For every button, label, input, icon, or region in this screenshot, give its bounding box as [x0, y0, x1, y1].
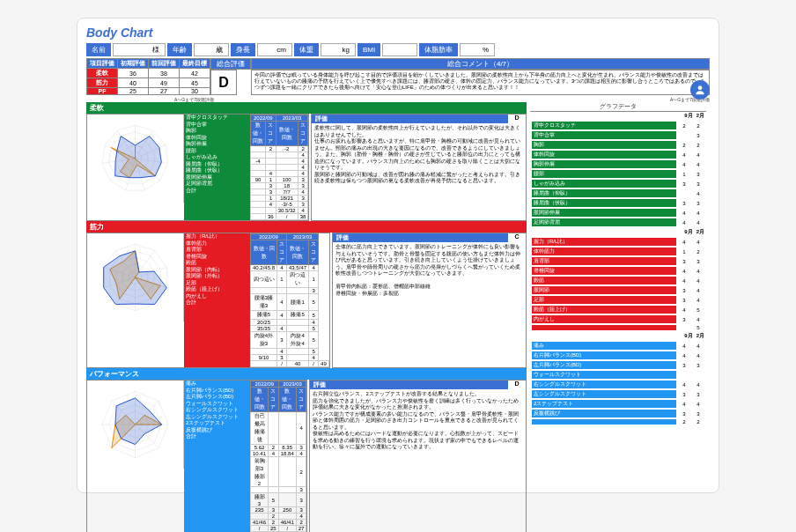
item-list-pf: 痛み右片脚バランス(BD)左片脚バランス(BD)ウォールスクワット右シングルスク…	[184, 381, 250, 532]
graph-row: 殿筋（踵上げ）45	[532, 306, 704, 314]
graph-months: 9月2月	[530, 228, 706, 236]
graph-block: 痛み44右片脚バランス(BD)44左片脚バランス(BD)33ウォールスクワット右…	[530, 340, 706, 426]
eval-col-pf: 評価D右片脚立位バランス、2ステップテストが改善する結果となりました。筋力を強化…	[309, 380, 527, 532]
radar-chart-str	[87, 233, 184, 321]
item: 腰部	[184, 148, 250, 155]
name-value: 様	[113, 43, 166, 56]
summary-row: 柔軟363842	[87, 69, 210, 78]
item: しゃがみ込み	[184, 154, 250, 161]
graph-data-header: グラフデータ	[530, 102, 706, 112]
graph-row: 脊椎回旋44	[532, 267, 704, 275]
domain-label-pf: パフォーマンス	[86, 368, 527, 380]
item: 殿筋	[184, 260, 250, 267]
graph-row: 背中クロスタッチ22	[532, 122, 704, 129]
svg-marker-18	[115, 137, 162, 178]
graph-row: 背中合掌3	[532, 131, 704, 139]
svg-marker-35	[104, 251, 167, 305]
item: 脊椎回旋	[184, 254, 250, 261]
age-label: 年齢	[167, 43, 192, 56]
avatar[interactable]	[690, 80, 710, 100]
summary-col: 項目評価	[87, 59, 118, 69]
item: 合計	[184, 299, 250, 307]
item: ウォールスクワット	[184, 401, 250, 408]
graph-row: 足関節背屈44	[532, 218, 704, 226]
item: 体幹筋力	[184, 240, 250, 248]
overall-eval-label: 総合評価	[210, 58, 251, 70]
domain-grade-str: C	[508, 233, 526, 242]
item: 足関節背屈	[184, 181, 250, 188]
graph-block: 握力（R/L比）44体幹筋力12肩背部33脊椎回旋44殿筋44股関節34足部34…	[530, 236, 706, 332]
eval-text-str: 全体的に筋力向上できています。股関節のトレーニングが体幹にも良い影響を与えられて…	[333, 242, 526, 299]
summary-col: 最終目標	[180, 59, 210, 69]
item: 胸郭伸展	[184, 141, 250, 148]
item: 右片脚バランス(BD)	[184, 388, 250, 395]
graph-row: 5	[532, 325, 704, 330]
summary-col: 前回評価	[149, 59, 180, 69]
overall-comment-label: 総合コメント（4/7）	[251, 58, 710, 70]
fat-label: 体脂肪率	[419, 43, 458, 56]
fat-value: %	[460, 43, 495, 56]
name-label: 名前	[86, 43, 111, 56]
score-table-str: 2022/092023/03数値・回数スコア数値・回数スコア40.2/45.84…	[250, 233, 329, 367]
item: 右シングルスクワット	[184, 407, 250, 414]
page-title: Body Chart	[86, 26, 710, 40]
item: 股関節（外転）	[184, 273, 250, 280]
graph-row: 腰部13	[532, 170, 704, 178]
item: 背中合掌	[184, 122, 250, 129]
summary-row: 筋力404945	[87, 78, 210, 88]
svg-point-0	[698, 85, 703, 90]
graph-row: 股関節34	[532, 286, 704, 294]
graph-row: 肩背部33	[532, 257, 704, 265]
item: 内がえし	[184, 293, 250, 300]
graph-row: 左シングルスクワット33	[532, 390, 704, 398]
graph-row: 痛み44	[532, 342, 704, 350]
item: 股関節（内転）	[184, 267, 250, 274]
item: 足部	[184, 280, 250, 287]
summary-col: 初期評価	[118, 59, 149, 69]
bmi-label: BMI	[357, 43, 380, 56]
item: 肩背部	[184, 247, 250, 254]
item-list-flex: 背中クロスタッチ背中合掌胸郭体幹回旋胸郭伸展腰部しゃがみ込み膝屈曲（仰臥）膝屈曲…	[184, 115, 250, 220]
graph-row: 股関節伸展44	[532, 209, 704, 217]
graph-row: 握力（R/L比）44	[532, 238, 704, 246]
item: 殿筋（踵上げ）	[184, 286, 250, 293]
graph-block: 背中クロスタッチ22背中合掌3胸郭22体幹回旋44胸郭伸展44腰部13しゃがみ込…	[530, 120, 706, 228]
weight-label: 体重	[294, 43, 319, 56]
item-list-str: 握力（R/L比）体幹筋力肩背部脊椎回旋殿筋股関節（内転）股関節（外転）足部殿筋（…	[184, 233, 250, 367]
eval-text-flex: 柔軟性に関して、股関節の柔軟性向上が行えていましたが、それ以外での変化は大きくは…	[312, 123, 526, 187]
score-table-pf: 2022/092023/03数値・回数スコア数値・回数スコア自己最高膝痛後45.…	[250, 381, 306, 532]
graph-row: 反復横跳び33	[532, 410, 704, 417]
item: 膝屈曲（伏臥）	[184, 167, 250, 174]
age-value: 歳	[194, 43, 229, 56]
summary-row: PF252730	[87, 88, 210, 95]
graph-row: 左片脚バランス(BD)33	[532, 361, 704, 369]
weight-value: kg	[321, 43, 356, 56]
item: 膝屈曲（仰臥）	[184, 161, 250, 168]
item: 胸郭	[184, 128, 250, 135]
graph-row: 胸郭伸展44	[532, 160, 704, 168]
bmi-value	[382, 43, 417, 56]
graph-row: 殿筋44	[532, 277, 704, 284]
domain-label-flex: 柔軟	[86, 102, 527, 114]
domain-grade-pf: D	[508, 381, 526, 389]
item: 左片脚バランス(BD)	[184, 394, 250, 401]
info-bar: 名前 様 年齢 歳 身長 cm 体重 kg BMI 体脂肪率 %	[86, 43, 710, 56]
graph-row: 右片脚バランス(BD)44	[532, 351, 704, 359]
overall-comment: 今回の評価では眠っている身体能力を呼び起こす目的で評価項目を細かくしていきました…	[251, 70, 710, 95]
item: 合計	[184, 188, 250, 195]
graph-row: 体幹回旋44	[532, 151, 704, 159]
eval-text-pf: 右片脚立位バランス、2ステップテストが改善する結果となりました。筋力を強化できま…	[310, 389, 526, 453]
domain-grade-flex: D	[508, 115, 526, 123]
item: 2ステップテスト	[184, 420, 250, 427]
summary-block: 項目評価初期評価前回評価最終目標 柔軟363842筋力404945PF25273…	[86, 58, 710, 95]
graph-row: 膝屈曲（伏臥）33	[532, 199, 704, 207]
graph-row: ウォールスクワット	[532, 371, 704, 379]
graph-row: 足部34	[532, 296, 704, 304]
item: 背中クロスタッチ	[184, 115, 250, 122]
score-table-flex: 2022/092023/03数値・回数スコア数値・回数スコア2-224-4444…	[250, 115, 308, 220]
graph-row: 膝屈曲（仰臥）4	[532, 189, 704, 197]
graph-row: しゃがみ込み33	[532, 180, 704, 188]
graph-row: 胸郭22	[532, 141, 704, 149]
item: 痛み	[184, 381, 250, 388]
eval-col-flex: 評価D柔軟性に関して、股関節の柔軟性向上が行えていましたが、それ以外での変化は大…	[311, 114, 527, 221]
